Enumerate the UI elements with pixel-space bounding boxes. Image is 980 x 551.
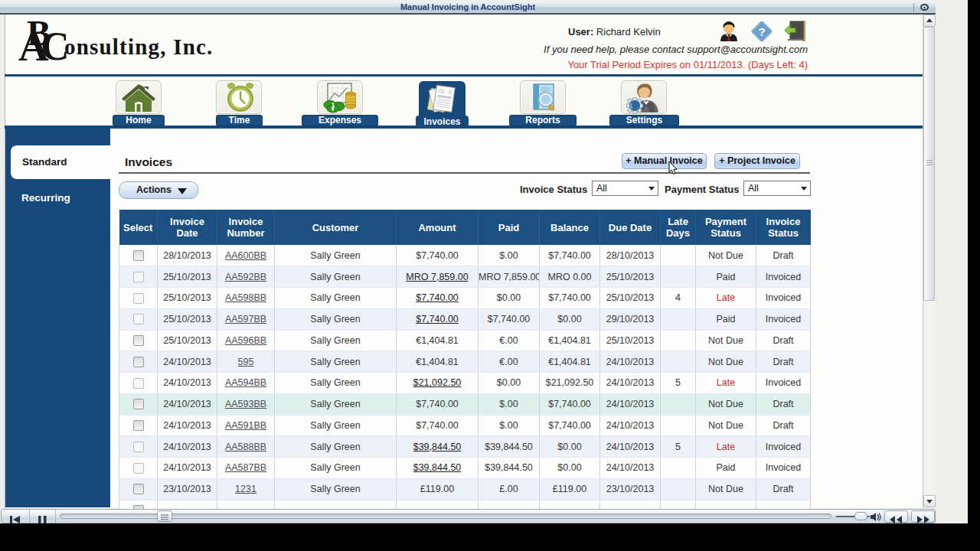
svg-text:?: ? — [758, 25, 765, 38]
